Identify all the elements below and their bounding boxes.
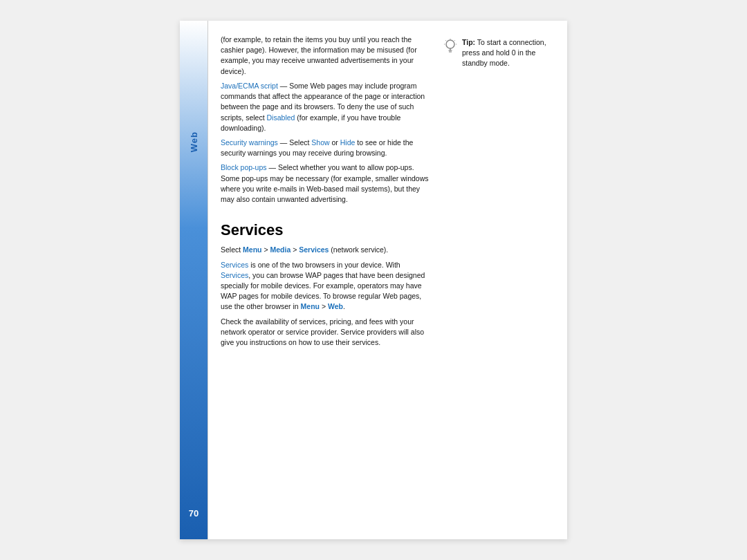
services-text-1: is one of the two browsers in your devic… — [248, 261, 400, 269]
arrow-2: > — [290, 245, 299, 254]
menu-link-1[interactable]: Menu — [243, 245, 261, 254]
select-menu-paragraph: Select Menu > Media > Services (network … — [221, 245, 430, 255]
tip-icon — [444, 39, 456, 57]
security-warnings-link[interactable]: Security warnings — [221, 138, 278, 147]
services-link-1[interactable]: Services — [299, 245, 329, 254]
block-popups-link[interactable]: Block pop-ups — [221, 163, 267, 171]
security-or: or — [330, 138, 340, 147]
check-availability-paragraph: Check the availability of services, pric… — [221, 317, 430, 348]
network-text: (network service). — [329, 245, 388, 254]
svg-point-0 — [446, 40, 454, 48]
tip-text: Tip: To start a connection, press and ho… — [462, 37, 555, 69]
menu-link-2[interactable]: Menu — [301, 302, 320, 310]
services-link-2[interactable]: Services — [221, 261, 248, 269]
tip-content: To start a connection, press and hold 0 … — [462, 38, 546, 67]
show-link[interactable]: Show — [311, 138, 329, 147]
security-dash: — Select — [278, 138, 311, 147]
block-popups-paragraph: Block pop-ups — Select whether you want … — [221, 162, 430, 205]
arrow-1: > — [262, 245, 270, 254]
main-content: (for example, to retain the items you bu… — [208, 21, 567, 539]
intro-paragraph: (for example, to retain the items you bu… — [221, 35, 430, 77]
svg-line-5 — [445, 40, 446, 41]
page-container: Web 70 (for example, to retain the items… — [0, 0, 747, 560]
disabled-link[interactable]: Disabled — [267, 113, 295, 122]
java-ecma-link[interactable]: Java/ECMA script — [221, 82, 278, 90]
left-column: (for example, to retain the items you bu… — [221, 35, 430, 525]
services-heading: Services — [221, 221, 430, 239]
web-link[interactable]: Web — [328, 302, 343, 310]
security-paragraph: Security warnings — Select Show or Hide … — [221, 138, 430, 158]
right-column: Tip: To start a connection, press and ho… — [444, 35, 555, 525]
period: . — [343, 302, 345, 310]
sidebar: Web 70 — [180, 21, 208, 539]
book-page: Web 70 (for example, to retain the items… — [180, 21, 567, 539]
lightbulb-icon — [444, 39, 456, 54]
tip-box: Tip: To start a connection, press and ho… — [444, 37, 555, 69]
hide-link[interactable]: Hide — [340, 138, 356, 147]
page-number: 70 — [189, 508, 199, 519]
services-link-3[interactable]: Services — [221, 271, 248, 279]
java-ecma-paragraph: Java/ECMA script — Some Web pages may in… — [221, 81, 430, 133]
tip-label: Tip: — [462, 38, 475, 46]
select-label: Select — [221, 245, 241, 254]
services-description-1: Services is one of the two browsers in y… — [221, 260, 430, 312]
arrow-3: > — [320, 302, 328, 310]
svg-line-6 — [454, 40, 455, 41]
sidebar-label: Web — [189, 131, 199, 152]
block-dash: — — [267, 163, 278, 171]
media-link[interactable]: Media — [270, 245, 291, 254]
java-ecma-dash: — — [278, 82, 289, 90]
